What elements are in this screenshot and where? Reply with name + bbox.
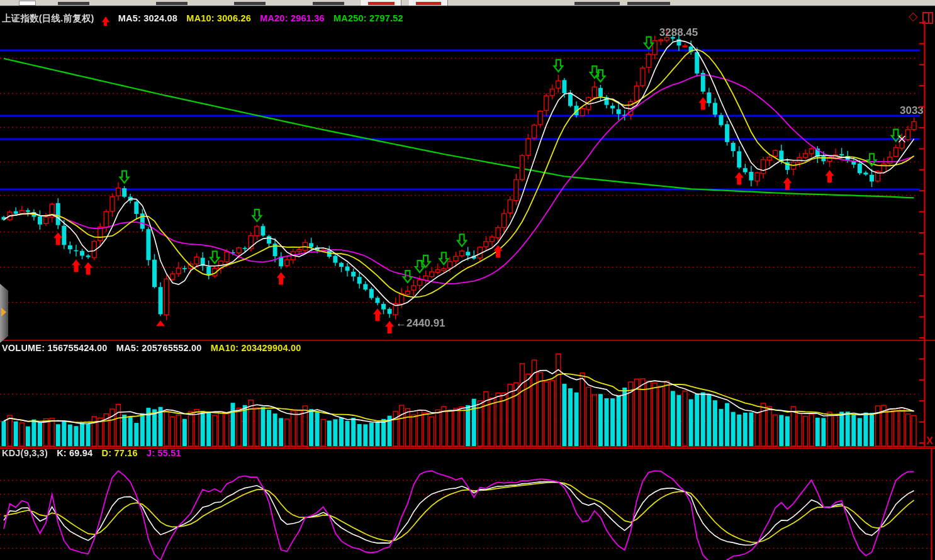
volume-value: VOLUME: 156755424.00 xyxy=(2,343,108,353)
app-window: { "main_header": { "title": "上证指数(日线.前复权… xyxy=(0,0,935,560)
vol-ma5-value: MA5: 205765552.00 xyxy=(116,343,202,353)
toolbar-app-icon[interactable] xyxy=(19,1,36,6)
top-menu-bar[interactable] xyxy=(0,0,935,7)
menu-item-stub[interactable] xyxy=(627,2,670,5)
ma5-value: MA5: 3024.08 xyxy=(118,13,177,23)
ma250-value: MA250: 2797.52 xyxy=(333,13,403,23)
menu-item-stub[interactable] xyxy=(58,2,89,5)
layout-split-icon[interactable] xyxy=(922,12,933,24)
toolbar-button[interactable] xyxy=(361,0,401,6)
sidebar-expand-handle[interactable] xyxy=(0,284,8,343)
kdj-label: KDJ(9,3,3) xyxy=(2,448,48,458)
kdj-d-value: D: 77.16 xyxy=(102,448,138,458)
main-chart-header: 上证指数(日线.前复权) MA5: 3024.08 MA10: 3006.26 … xyxy=(2,13,410,25)
volume-header: VOLUME: 156755424.00 MA5: 205765552.00 M… xyxy=(2,343,308,353)
candlestick-chart-canvas[interactable] xyxy=(0,0,935,560)
close-indicator-button[interactable]: X xyxy=(925,435,934,447)
symbol-title: 上证指数(日线.前复权) xyxy=(2,13,94,23)
toolbar-button[interactable] xyxy=(409,0,448,6)
up-arrow-icon xyxy=(102,16,109,22)
menu-item-stub[interactable] xyxy=(156,2,188,5)
ma20-value: MA20: 2961.36 xyxy=(260,13,325,23)
menu-item-stub[interactable] xyxy=(313,2,344,5)
expand-arrow-icon xyxy=(1,308,6,316)
ma10-value: MA10: 3006.26 xyxy=(186,13,251,23)
menu-item-stub[interactable] xyxy=(234,2,266,5)
vol-ma10-value: MA10: 203429904.00 xyxy=(211,343,301,353)
kdj-k-value: K: 69.94 xyxy=(57,448,92,458)
kdj-j-value: J: 55.51 xyxy=(147,448,181,458)
menu-item-stub[interactable] xyxy=(574,2,620,5)
diamond-icon[interactable]: ◇ xyxy=(909,10,918,22)
kdj-header: KDJ(9,3,3) K: 69.94 D: 77.16 J: 55.51 xyxy=(2,448,188,458)
